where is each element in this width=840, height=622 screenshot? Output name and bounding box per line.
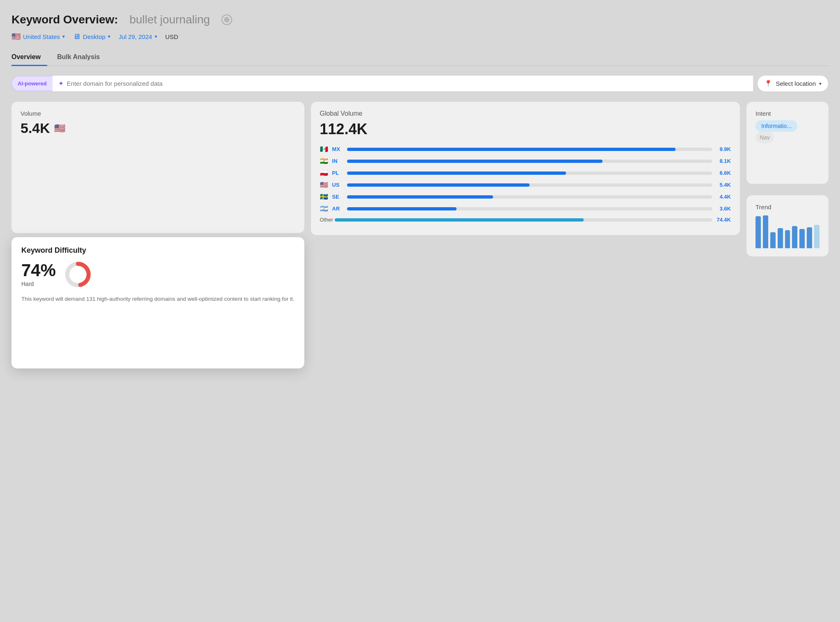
domain-input[interactable]: [67, 80, 748, 87]
trend-bar: [756, 216, 761, 248]
kd-description: This keyword will demand 131 high-author…: [21, 295, 294, 303]
gv-row-num: 8.1K: [715, 158, 731, 164]
gv-row-bar-bg: [347, 148, 712, 151]
kd-title: Keyword Difficulty: [21, 246, 294, 255]
trend-bars: [756, 215, 819, 248]
country-label: United States: [23, 33, 60, 40]
gv-row: 🇸🇪 SE 4.4K: [320, 193, 731, 201]
gv-row-bar-bg: [347, 160, 712, 163]
tabs-bar: Overview Bulk Analysis: [11, 50, 829, 66]
intent-card: Intent Informatio... Nav: [746, 102, 829, 184]
trend-bar: [814, 225, 819, 248]
volume-flag: 🇺🇸: [54, 123, 65, 134]
gv-value: 112.4K: [320, 121, 731, 138]
volume-card: Volume 5.4K 🇺🇸: [11, 102, 304, 233]
location-chevron-icon: ▾: [819, 81, 822, 87]
device-icon: 🖥: [73, 32, 80, 41]
date-chevron-icon: ▾: [155, 34, 157, 39]
gv-row-bar-fill: [347, 207, 457, 210]
date-label: Jul 29, 2024: [119, 33, 152, 40]
gv-other-row: Other 74.4K: [320, 217, 731, 223]
trend-bar: [778, 228, 783, 248]
gv-other-bar-bg: [335, 218, 712, 222]
tab-bulk-analysis[interactable]: Bulk Analysis: [57, 50, 106, 66]
currency-label: USD: [165, 33, 178, 40]
gv-row: 🇮🇳 IN 8.1K: [320, 157, 731, 165]
date-filter[interactable]: Jul 29, 2024 ▾: [119, 33, 157, 40]
tab-overview[interactable]: Overview: [11, 50, 47, 66]
volume-label: Volume: [21, 110, 295, 117]
gv-row-bar-bg: [347, 207, 712, 210]
gv-row-code: AR: [332, 206, 344, 212]
device-filter[interactable]: 🖥 Desktop ▾: [73, 32, 110, 41]
cards-row: Volume 5.4K 🇺🇸 Keyword Difficulty 74% Ha…: [11, 102, 829, 368]
global-volume-card: Global Volume 112.4K 🇲🇽 MX 9.9K 🇮🇳 IN 8.…: [311, 102, 740, 235]
kd-level: Hard: [21, 281, 56, 287]
trend-label: Trend: [756, 204, 819, 210]
gv-other-num: 74.4K: [715, 217, 731, 223]
gv-row-code: SE: [332, 194, 344, 200]
kd-main: 74% Hard: [21, 261, 294, 288]
gv-other-bar-fill: [335, 218, 584, 222]
sparkle-icon: ✦: [58, 80, 64, 87]
gv-row-flag: 🇦🇷: [320, 205, 329, 213]
gv-row-bar-fill: [347, 195, 493, 199]
gv-row-code: US: [332, 182, 344, 188]
page-title: Keyword Overview: bullet journaling ⊕: [11, 13, 829, 26]
intent-badges: Informatio... Nav: [756, 120, 819, 143]
gv-row-flag: 🇺🇸: [320, 181, 329, 189]
gv-row: 🇵🇱 PL 6.6K: [320, 169, 731, 177]
trend-bar: [799, 229, 805, 248]
intent-label: Intent: [756, 110, 819, 117]
gv-row: 🇺🇸 US 5.4K: [320, 181, 731, 189]
intent-badge-info: Informatio...: [756, 120, 797, 132]
gv-row: 🇲🇽 MX 9.9K: [320, 145, 731, 153]
country-flag: 🇺🇸: [11, 32, 21, 41]
trend-bar: [785, 230, 790, 248]
left-stack: Volume 5.4K 🇺🇸 Keyword Difficulty 74% Ha…: [11, 102, 304, 368]
add-keyword-icon[interactable]: ⊕: [221, 14, 232, 25]
gv-row-code: PL: [332, 170, 344, 176]
right-col: Intent Informatio... Nav Trend: [746, 102, 829, 256]
location-select[interactable]: 📍 Select location ▾: [757, 75, 829, 92]
kd-percent: 74%: [21, 262, 56, 279]
gv-row-code: MX: [332, 146, 344, 152]
device-label: Desktop: [83, 33, 105, 40]
gv-row-bar-fill: [347, 160, 603, 163]
domain-input-wrap[interactable]: ✦: [52, 75, 753, 92]
intent-badge-nav: Nav: [756, 132, 774, 143]
gv-row-num: 9.9K: [715, 146, 731, 152]
gv-row-flag: 🇸🇪: [320, 193, 329, 201]
country-chevron-icon: ▾: [62, 34, 65, 39]
gv-row-flag: 🇵🇱: [320, 169, 329, 177]
trend-card: Trend: [746, 195, 829, 256]
location-pin-icon: 📍: [764, 80, 772, 87]
title-keyword: bullet journaling: [130, 13, 210, 26]
trend-bar: [763, 215, 768, 248]
gv-row-bar-bg: [347, 195, 712, 199]
gv-row-num: 5.4K: [715, 182, 731, 188]
gv-row-bar-fill: [347, 148, 676, 151]
gv-row-bar-fill: [347, 183, 530, 187]
gv-row-bar-bg: [347, 183, 712, 187]
gv-row-bar-fill: [347, 172, 566, 175]
trend-bar: [807, 227, 812, 248]
gv-rows: 🇲🇽 MX 9.9K 🇮🇳 IN 8.1K 🇵🇱 PL 6.6K 🇺🇸 US: [320, 145, 731, 213]
volume-value: 5.4K 🇺🇸: [21, 120, 295, 136]
ai-badge: AI-powered: [11, 76, 52, 91]
gv-row-num: 6.6K: [715, 170, 731, 176]
device-chevron-icon: ▾: [108, 34, 110, 39]
kd-donut: [64, 261, 92, 288]
kd-card: Keyword Difficulty 74% Hard This keyword…: [11, 237, 304, 368]
filters-bar: 🇺🇸 United States ▾ 🖥 Desktop ▾ Jul 29, 2…: [11, 32, 829, 41]
trend-bar: [792, 226, 797, 248]
gv-row-code: IN: [332, 158, 344, 164]
gv-row: 🇦🇷 AR 3.6K: [320, 205, 731, 213]
gv-label: Global Volume: [320, 110, 731, 117]
gv-row-num: 4.4K: [715, 194, 731, 200]
ai-bar: AI-powered ✦ 📍 Select location ▾: [11, 75, 829, 92]
title-prefix: Keyword Overview:: [11, 13, 118, 26]
gv-row-flag: 🇲🇽: [320, 145, 329, 153]
gv-row-num: 3.6K: [715, 206, 731, 212]
country-filter[interactable]: 🇺🇸 United States ▾: [11, 32, 65, 41]
